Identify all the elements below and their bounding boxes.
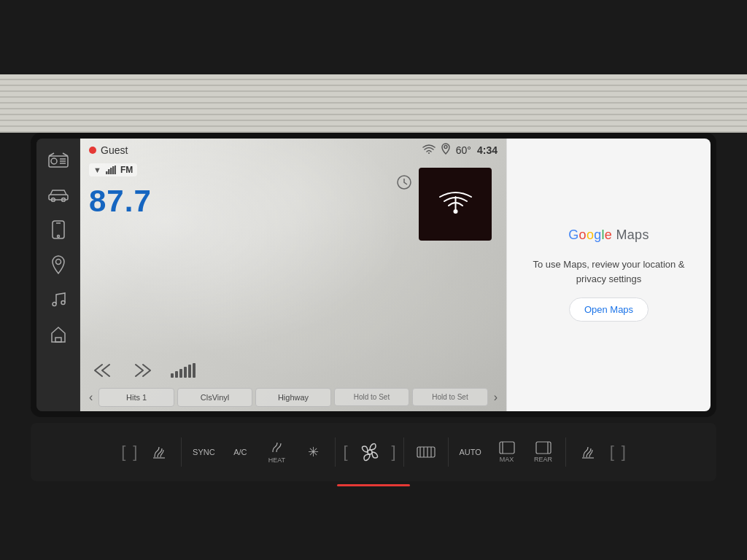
svg-point-18: [444, 145, 447, 148]
defrost-icon: ✳: [308, 444, 319, 460]
divider-4: [448, 438, 449, 467]
max-control[interactable]: MAX: [492, 441, 522, 463]
divider-1: [181, 438, 182, 467]
hvac-controls-bar: [ ] SYNC A/C HEAT ✳ [: [31, 423, 716, 481]
clock-icon: [397, 175, 411, 193]
user-status-dot: [89, 147, 96, 154]
preset-prev-button[interactable]: ‹: [86, 388, 96, 407]
auto-label: AUTO: [459, 448, 481, 456]
controls-row: [80, 357, 506, 384]
sidebar-item-car[interactable]: [42, 178, 75, 211]
venetian-blinds: [0, 74, 747, 133]
maps-panel: Google Maps To use Maps, review your loc…: [506, 139, 711, 411]
rear-control[interactable]: REAR: [529, 441, 558, 463]
vent-direction-control[interactable]: [411, 445, 441, 459]
screen-bezel: Guest: [31, 133, 716, 417]
defrost-control[interactable]: ✳: [298, 444, 328, 460]
sidebar-item-location[interactable]: [42, 248, 75, 281]
left-outer-bracket: [: [121, 443, 125, 462]
svg-rect-35: [536, 442, 551, 454]
heat-control[interactable]: HEAT: [262, 440, 291, 464]
sidebar-item-phone[interactable]: [42, 213, 75, 246]
frequency-number: 87.7: [89, 184, 152, 218]
svg-rect-33: [500, 442, 514, 454]
rear-label: REAR: [534, 456, 552, 463]
signal-strength: [171, 363, 196, 378]
svg-point-3: [51, 158, 57, 164]
wifi-icon: [422, 144, 436, 157]
fm-source-dropdown[interactable]: ▼ FM: [89, 163, 137, 176]
temperature-display: 60°: [456, 144, 471, 156]
svg-rect-23: [115, 166, 116, 174]
svg-point-13: [55, 259, 61, 264]
left-seat-heat-control[interactable]: [144, 444, 174, 460]
header-right: 60° 4:34: [422, 143, 498, 158]
fast-forward-button[interactable]: [130, 360, 156, 381]
screen-inner: Guest: [36, 139, 711, 411]
svg-point-14: [53, 302, 56, 306]
right-seat-heat-control[interactable]: [573, 444, 603, 460]
max-label: MAX: [500, 456, 514, 463]
preset-1-button[interactable]: Hits 1: [98, 388, 174, 407]
sidebar-item-radio[interactable]: [42, 143, 75, 176]
station-art[interactable]: [419, 168, 492, 241]
svg-rect-16: [55, 338, 61, 342]
time-display: 4:34: [477, 144, 498, 156]
preset-4-hold-button[interactable]: Hold to Set: [334, 388, 409, 406]
header-bar: Guest: [80, 139, 506, 162]
fan-left-bracket: [: [343, 443, 347, 462]
sidebar: [36, 139, 80, 411]
open-maps-button[interactable]: Open Maps: [569, 298, 649, 322]
ac-label: A/C: [233, 448, 247, 456]
preset-next-button[interactable]: ›: [491, 388, 500, 407]
google-maps-logo: Google Maps: [568, 228, 649, 243]
svg-rect-20: [108, 169, 110, 174]
svg-rect-19: [106, 171, 108, 174]
right-outer-bracket: [: [610, 443, 614, 462]
svg-point-27: [368, 450, 372, 454]
fan-right-bracket: ]: [392, 443, 396, 462]
main-content: Guest: [80, 139, 506, 411]
preset-3-button[interactable]: Highway: [255, 388, 330, 407]
preset-5-hold-button[interactable]: Hold to Set: [412, 388, 487, 406]
location-icon-header: [441, 143, 450, 158]
sidebar-item-home[interactable]: [42, 318, 75, 351]
svg-rect-22: [112, 166, 115, 174]
sync-label: SYNC: [193, 448, 215, 456]
sync-control[interactable]: SYNC: [189, 448, 218, 456]
divider-3: [403, 438, 404, 467]
ac-control[interactable]: A/C: [225, 448, 255, 456]
left-inner-bracket: ]: [133, 443, 137, 462]
auto-control[interactable]: AUTO: [456, 448, 485, 456]
dropdown-chevron-icon: ▼: [93, 166, 101, 174]
maps-message: To use Maps, review your location & priv…: [522, 257, 696, 286]
fan-control[interactable]: [355, 443, 384, 462]
preset-2-button[interactable]: ClsVinyl: [177, 388, 252, 407]
divider-5: [565, 438, 566, 467]
bottom-accent: [337, 484, 410, 486]
divider-2: [335, 438, 336, 467]
svg-point-17: [428, 152, 430, 154]
right-inner-bracket2: ]: [622, 443, 626, 462]
svg-rect-21: [110, 168, 112, 174]
presets-row: ‹ Hits 1 ClsVinyl Highway Hold to Set Ho…: [80, 384, 506, 411]
heat-label: HEAT: [268, 456, 285, 464]
sidebar-item-music[interactable]: [42, 283, 75, 316]
user-name: Guest: [101, 144, 128, 156]
fm-source-label: FM: [120, 165, 133, 175]
rewind-button[interactable]: [89, 360, 115, 381]
svg-point-12: [57, 235, 59, 237]
header-left: Guest: [89, 144, 128, 156]
svg-point-15: [61, 300, 65, 304]
